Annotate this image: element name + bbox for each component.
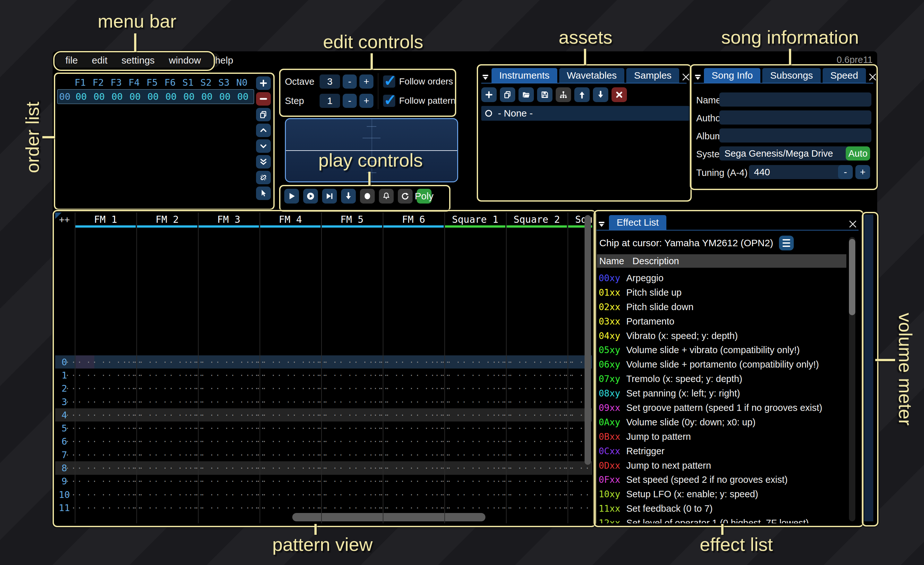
menu-item-edit[interactable]: edit (85, 55, 114, 66)
effect-row-10xy[interactable]: 10xySetup LFO (x: enable; y: speed) (597, 487, 846, 502)
pattern-row[interactable]: 8·······································… (55, 461, 592, 475)
tuning-minus-button[interactable]: - (838, 165, 853, 179)
pattern-cell[interactable]: ··········· (74, 424, 135, 433)
menu-item-settings[interactable]: settings (114, 55, 162, 66)
duplicate-order-button[interactable] (256, 108, 271, 121)
effect-row-0cxx[interactable]: 0CxxRetrigger (597, 444, 846, 458)
collapse-window-icon[interactable] (596, 219, 607, 230)
add-order-button[interactable] (256, 77, 271, 90)
pattern-cell[interactable]: ··········· (258, 464, 320, 472)
pattern-rows[interactable]: 0·······································… (55, 355, 592, 515)
close-icon[interactable] (868, 71, 878, 83)
move-order-down-button[interactable] (256, 139, 271, 153)
pattern-cell[interactable]: ··········· (443, 477, 505, 485)
pattern-cell[interactable]: ··········· (135, 398, 196, 406)
pattern-cell[interactable]: ··········· (258, 424, 320, 433)
author-field[interactable] (719, 110, 872, 125)
assets-tab-instruments[interactable]: Instruments (492, 68, 557, 83)
pattern-cell[interactable]: ··········· (320, 437, 381, 446)
pattern-row[interactable]: 9·······································… (55, 475, 592, 488)
pattern-cell[interactable]: ··········· (443, 384, 505, 392)
duplicate-order-end-button[interactable] (256, 155, 271, 168)
pattern-cell[interactable]: ··········· (258, 437, 320, 446)
channel-header-fm-1[interactable]: FM 1 (75, 214, 136, 225)
pattern-cell[interactable]: ··········· (381, 424, 443, 433)
pattern-cell[interactable]: ··········· (258, 451, 320, 459)
channel-header-square-2[interactable]: Square 2 (507, 214, 567, 225)
pattern-cell[interactable]: ··········· (74, 398, 135, 406)
pattern-cell[interactable]: ··········· (381, 384, 443, 392)
pattern-cell[interactable]: ··········· (443, 490, 505, 499)
pattern-cell[interactable]: ··········· (320, 424, 381, 433)
pattern-cell[interactable]: ··········· (258, 477, 320, 485)
pattern-cell[interactable]: ··········· (320, 504, 381, 512)
pattern-cell[interactable]: ··········· (74, 371, 135, 379)
effect-row-04xy[interactable]: 04xyVibrato (x: speed; y: depth) (597, 329, 846, 343)
order-cell[interactable]: 00 (234, 91, 252, 102)
pattern-cell[interactable]: ··········· (196, 464, 258, 472)
toggle-folders-button[interactable] (556, 87, 571, 102)
remove-order-button[interactable] (256, 92, 271, 106)
follow-orders-checkbox[interactable]: ✓ (383, 75, 395, 88)
pattern-cell[interactable]: ··········· (196, 358, 258, 366)
effect-row-09xx[interactable]: 09xxSet groove pattern (speed 1 if no gr… (597, 401, 846, 415)
open-asset-button[interactable] (519, 87, 534, 102)
move-asset-up-button[interactable] (574, 87, 590, 102)
asset-list-item[interactable]: - None - (481, 106, 690, 121)
order-cell[interactable]: 00 (90, 91, 108, 102)
record-button[interactable] (360, 189, 375, 204)
pattern-cell[interactable]: ··········· (135, 358, 196, 366)
pattern-cell[interactable]: ··········· (443, 411, 505, 419)
octave-value[interactable]: 3 (320, 75, 340, 89)
channel-header-fm-6[interactable]: FM 6 (383, 214, 444, 225)
save-asset-button[interactable] (537, 87, 552, 102)
order-cell[interactable]: 00 (108, 91, 126, 102)
pattern-cell[interactable]: ··········· (443, 424, 505, 433)
pattern-cell[interactable]: ··········· (443, 437, 505, 446)
pattern-cell[interactable]: ··········· (135, 504, 196, 512)
auto-system-button[interactable]: Auto (846, 146, 870, 161)
pattern-cell[interactable]: ··········· (566, 504, 592, 512)
pattern-row[interactable]: 3·······································… (55, 395, 592, 408)
pattern-row[interactable]: 0·······································… (55, 355, 592, 368)
pattern-row[interactable]: 6·······································… (55, 435, 592, 448)
pattern-cell[interactable]: ··········· (320, 451, 381, 459)
pattern-cell[interactable]: ··········· (196, 398, 258, 406)
song-info-tab-song-info[interactable]: Song Info (704, 68, 760, 83)
assets-tab-samples[interactable]: Samples (626, 68, 679, 83)
pattern-vertical-scrollbar[interactable] (585, 215, 591, 465)
pattern-cell[interactable]: ··········· (74, 358, 135, 366)
pattern-cell[interactable]: ··········· (135, 451, 196, 459)
poly-button[interactable]: Poly (417, 189, 432, 204)
pattern-cell[interactable]: ··········· (381, 490, 443, 499)
order-cell[interactable]: 00 (144, 91, 162, 102)
effect-row-00xy[interactable]: 00xyArpeggio (597, 271, 846, 286)
pattern-cell[interactable]: ··········· (505, 371, 566, 379)
effect-row-06xy[interactable]: 06xyVolume slide + portamento (compatibi… (597, 357, 846, 372)
delete-asset-button[interactable] (612, 87, 627, 102)
move-order-up-button[interactable] (256, 123, 271, 137)
effect-row-0fxx[interactable]: 0FxxSet speed (speed 2 if no grooves exi… (597, 473, 846, 487)
move-asset-down-button[interactable] (593, 87, 608, 102)
pattern-cell[interactable]: ··········· (443, 358, 505, 366)
pattern-cell[interactable]: ··········· (320, 464, 381, 472)
pattern-cell[interactable]: ··········· (443, 504, 505, 512)
pattern-cell[interactable]: ··········· (443, 398, 505, 406)
pattern-cell[interactable]: ··········· (381, 504, 443, 512)
octave-minus-button[interactable]: - (343, 75, 357, 89)
effect-row-12xx[interactable]: 12xxSet level of operator 1 (0 highest, … (597, 516, 846, 523)
effect-row-0axy[interactable]: 0AxyVolume slide (0y: down; x0: up) (597, 415, 846, 430)
tuning-field[interactable]: 440 (749, 165, 844, 179)
album-field[interactable] (719, 128, 872, 143)
effect-row-0dxx[interactable]: 0DxxJump to next pattern (597, 458, 846, 473)
pattern-cell[interactable]: ··········· (74, 451, 135, 459)
step-value[interactable]: 1 (320, 94, 340, 108)
play-from-start-button[interactable] (303, 189, 318, 204)
order-edit-mode-button[interactable] (256, 186, 271, 200)
order-cell[interactable]: 00 (216, 91, 234, 102)
pattern-cell[interactable]: ··········· (443, 451, 505, 459)
pattern-cell[interactable]: ··········· (135, 411, 196, 419)
effect-row-01xx[interactable]: 01xxPitch slide up (597, 286, 846, 300)
order-cell[interactable]: 00 (162, 91, 180, 102)
follow-pattern-checkbox[interactable]: ✓ (383, 95, 395, 107)
